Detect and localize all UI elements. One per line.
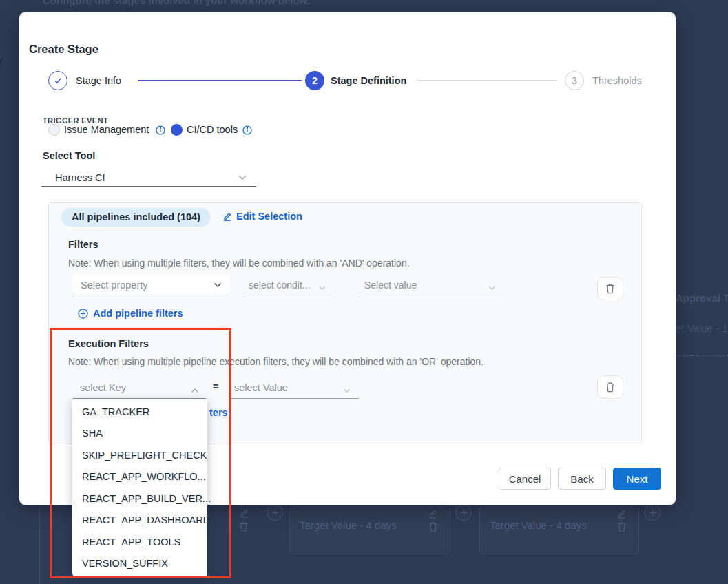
filters-section-note: Note: When using multiple filters, they … bbox=[68, 258, 410, 269]
step-stage-info-indicator[interactable] bbox=[48, 71, 67, 90]
info-icon[interactable] bbox=[156, 125, 165, 135]
trash-icon[interactable] bbox=[239, 521, 249, 532]
dropdown-option[interactable]: SKIP_PREFLIGHT_CHECK bbox=[72, 444, 207, 466]
edit-icon[interactable] bbox=[616, 508, 627, 519]
execution-value-placeholder: select Value bbox=[234, 382, 288, 393]
filter-condition-placeholder: select condit... bbox=[249, 280, 311, 291]
dropdown-option[interactable]: SHA bbox=[72, 423, 207, 445]
edit-icon[interactable] bbox=[428, 508, 438, 519]
info-icon[interactable] bbox=[242, 125, 252, 135]
add-stage-button[interactable] bbox=[267, 504, 283, 521]
filter-property-placeholder: Select property bbox=[81, 280, 148, 291]
step-stage-definition-indicator[interactable]: 2 bbox=[305, 71, 324, 90]
dropdown-option[interactable]: REACT_APP_TOOLS bbox=[72, 531, 207, 553]
pencil-underline-icon bbox=[222, 211, 232, 221]
stepper-connector bbox=[416, 80, 557, 81]
filter-property-select[interactable]: Select property bbox=[72, 275, 230, 295]
edit-selection-link[interactable]: Edit Selection bbox=[222, 211, 302, 222]
delete-filter-row-button[interactable] bbox=[597, 277, 623, 300]
check-icon bbox=[53, 76, 63, 85]
background-dashed-divider bbox=[676, 355, 728, 356]
dropdown-option[interactable]: REACT_APP_BUILD_VER... bbox=[72, 488, 207, 510]
plus-circle-icon bbox=[78, 309, 88, 319]
connector-dash bbox=[446, 512, 454, 512]
edit-selection-label: Edit Selection bbox=[236, 211, 302, 222]
background-cell-fragment: et Value - 1 bbox=[676, 322, 728, 334]
trash-icon bbox=[605, 283, 615, 294]
step-stage-definition-label: Stage Definition bbox=[331, 75, 406, 86]
dropdown-option[interactable]: REACT_APP_WORKFLO... bbox=[72, 466, 207, 488]
background-stage-card: Target Value - 4 days bbox=[289, 505, 450, 554]
trash-icon[interactable] bbox=[428, 521, 438, 532]
target-value-label: Target Value - 4 days bbox=[300, 519, 397, 531]
chevron-down-icon bbox=[214, 282, 222, 288]
cancel-button[interactable]: Cancel bbox=[499, 468, 551, 490]
back-button[interactable]: Back bbox=[558, 468, 606, 490]
execution-key-dropdown-menu: GA_TRACKER SHA SKIP_PREFLIGHT_CHECK REAC… bbox=[72, 399, 207, 578]
radio-issue-management-label: Issue Management bbox=[64, 124, 149, 135]
chevron-down-icon bbox=[238, 175, 256, 180]
execution-filters-section-note: Note: When using multiple pipeline execu… bbox=[68, 356, 483, 367]
execution-value-select[interactable]: select Value bbox=[231, 377, 359, 399]
delete-execution-filter-row-button[interactable] bbox=[597, 375, 623, 399]
radio-issue-management[interactable] bbox=[48, 124, 60, 136]
filter-condition-select[interactable]: select condit... bbox=[243, 278, 331, 295]
add-pipeline-filters-label: Add pipeline filters bbox=[93, 308, 183, 319]
tool-select[interactable]: Harness CI bbox=[41, 169, 256, 187]
select-tool-label: Select Tool bbox=[43, 150, 95, 161]
chevron-down-icon bbox=[488, 286, 496, 291]
background-text-fragment: Y bbox=[0, 55, 3, 67]
dropdown-option[interactable]: GA_TRACKER bbox=[72, 401, 207, 423]
background-column-divider bbox=[39, 505, 40, 584]
add-stage-button[interactable] bbox=[644, 504, 661, 521]
step-stage-info-label: Stage Info bbox=[76, 75, 121, 86]
add-stage-button[interactable] bbox=[455, 504, 472, 521]
execution-key-select[interactable]: select Key bbox=[73, 377, 206, 399]
connector-dash bbox=[635, 512, 643, 512]
chevron-up-icon bbox=[191, 388, 199, 393]
filter-value-select[interactable]: Select value bbox=[359, 278, 501, 295]
radio-cicd-tools-label: CI/CD tools bbox=[187, 124, 238, 135]
step-thresholds-label: Thresholds bbox=[592, 75, 642, 86]
tool-select-value: Harness CI bbox=[41, 172, 105, 183]
add-execution-filters-link-partial[interactable]: ters bbox=[209, 407, 228, 418]
edit-icon[interactable] bbox=[239, 508, 249, 518]
background-stage-card: Target Value - 4 days bbox=[479, 505, 639, 554]
dropdown-option[interactable]: VERSION_SUFFIX bbox=[72, 553, 207, 575]
trash-icon[interactable] bbox=[617, 521, 627, 532]
chevron-down-icon bbox=[343, 388, 351, 393]
chevron-down-icon bbox=[318, 286, 326, 291]
stepper-connector bbox=[138, 80, 302, 81]
radio-cicd-tools[interactable] bbox=[171, 124, 183, 136]
trash-icon bbox=[605, 382, 615, 393]
equals-operator: = bbox=[213, 381, 218, 392]
add-pipeline-filters-link[interactable]: Add pipeline filters bbox=[78, 308, 183, 319]
execution-filters-section-title: Execution Filters bbox=[68, 338, 149, 349]
execution-key-placeholder: select Key bbox=[80, 382, 126, 393]
connector-dash bbox=[258, 512, 265, 512]
background-heading: Configure the stages involved in your wo… bbox=[43, 0, 310, 6]
background-column-header-fragment: Approval Tim bbox=[676, 292, 728, 304]
target-value-label: Target Value - 4 days bbox=[490, 519, 587, 531]
modal-title: Create Stage bbox=[29, 43, 98, 56]
filter-value-placeholder: Select value bbox=[364, 280, 417, 291]
dropdown-option[interactable]: REACT_APP_DASHBOARD bbox=[72, 510, 207, 532]
step-thresholds-indicator[interactable]: 3 bbox=[565, 71, 584, 90]
pipelines-included-badge: All pipelines included (104) bbox=[61, 208, 211, 227]
next-button[interactable]: Next bbox=[613, 468, 661, 490]
filters-section-title: Filters bbox=[68, 239, 98, 250]
